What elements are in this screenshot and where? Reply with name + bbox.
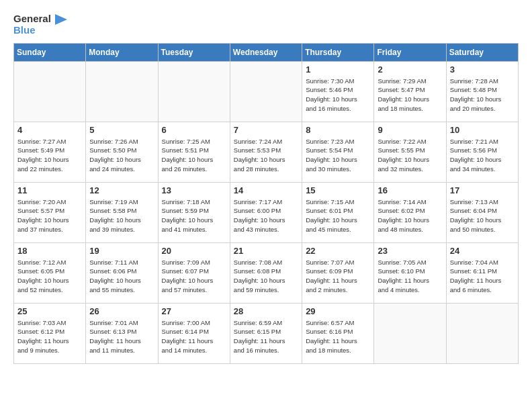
day-info: Sunrise: 7:23 AM Sunset: 5:54 PM Dayligh… bbox=[306, 137, 370, 174]
day-number: 17 bbox=[450, 185, 515, 195]
day-number: 19 bbox=[89, 246, 154, 256]
logo: General Blue bbox=[13, 13, 67, 36]
col-header-thursday: Thursday bbox=[302, 43, 374, 61]
calendar-cell bbox=[14, 61, 86, 122]
day-number: 13 bbox=[162, 185, 226, 195]
day-info: Sunrise: 7:15 AM Sunset: 6:01 PM Dayligh… bbox=[306, 197, 370, 234]
calendar-cell: 9Sunrise: 7:22 AM Sunset: 5:55 PM Daylig… bbox=[374, 122, 446, 182]
day-info: Sunrise: 7:27 AM Sunset: 5:49 PM Dayligh… bbox=[17, 137, 82, 174]
day-number: 18 bbox=[17, 246, 82, 256]
calendar-cell: 17Sunrise: 7:13 AM Sunset: 6:04 PM Dayli… bbox=[446, 182, 518, 242]
calendar-cell: 20Sunrise: 7:09 AM Sunset: 6:07 PM Dayli… bbox=[158, 242, 230, 303]
calendar-cell bbox=[446, 303, 518, 363]
day-info: Sunrise: 7:20 AM Sunset: 5:57 PM Dayligh… bbox=[17, 197, 82, 234]
day-info: Sunrise: 7:26 AM Sunset: 5:50 PM Dayligh… bbox=[89, 137, 154, 174]
day-number: 22 bbox=[306, 246, 370, 256]
day-info: Sunrise: 7:07 AM Sunset: 6:09 PM Dayligh… bbox=[306, 258, 370, 295]
day-info: Sunrise: 6:57 AM Sunset: 6:16 PM Dayligh… bbox=[306, 318, 370, 355]
calendar-cell: 7Sunrise: 7:24 AM Sunset: 5:53 PM Daylig… bbox=[230, 122, 302, 182]
day-info: Sunrise: 7:25 AM Sunset: 5:51 PM Dayligh… bbox=[162, 137, 226, 174]
calendar-cell: 13Sunrise: 7:18 AM Sunset: 5:59 PM Dayli… bbox=[158, 182, 230, 242]
col-header-friday: Friday bbox=[374, 43, 446, 61]
calendar-cell: 2Sunrise: 7:29 AM Sunset: 5:47 PM Daylig… bbox=[374, 61, 446, 122]
calendar-cell bbox=[158, 61, 230, 122]
day-info: Sunrise: 7:29 AM Sunset: 5:47 PM Dayligh… bbox=[378, 77, 442, 113]
day-number: 10 bbox=[450, 125, 515, 135]
day-number: 16 bbox=[378, 185, 442, 195]
day-info: Sunrise: 7:13 AM Sunset: 6:04 PM Dayligh… bbox=[450, 197, 515, 234]
calendar-cell: 22Sunrise: 7:07 AM Sunset: 6:09 PM Dayli… bbox=[302, 242, 374, 303]
day-info: Sunrise: 7:30 AM Sunset: 5:46 PM Dayligh… bbox=[306, 77, 370, 113]
day-number: 7 bbox=[234, 125, 298, 135]
calendar-cell bbox=[86, 61, 158, 122]
calendar-cell: 4Sunrise: 7:27 AM Sunset: 5:49 PM Daylig… bbox=[14, 122, 86, 182]
day-number: 11 bbox=[17, 185, 82, 195]
day-number: 6 bbox=[162, 125, 226, 135]
col-header-monday: Monday bbox=[86, 43, 158, 61]
calendar-cell: 16Sunrise: 7:14 AM Sunset: 6:02 PM Dayli… bbox=[374, 182, 446, 242]
calendar-week-2: 4Sunrise: 7:27 AM Sunset: 5:49 PM Daylig… bbox=[14, 122, 519, 182]
day-info: Sunrise: 7:09 AM Sunset: 6:07 PM Dayligh… bbox=[162, 258, 226, 295]
day-info: Sunrise: 7:22 AM Sunset: 5:55 PM Dayligh… bbox=[378, 137, 442, 174]
day-number: 28 bbox=[234, 306, 298, 316]
svg-marker-0 bbox=[55, 14, 67, 25]
day-number: 5 bbox=[89, 125, 154, 135]
calendar-cell: 24Sunrise: 7:04 AM Sunset: 6:11 PM Dayli… bbox=[446, 242, 518, 303]
day-info: Sunrise: 7:21 AM Sunset: 5:56 PM Dayligh… bbox=[450, 137, 515, 174]
calendar-header-row: SundayMondayTuesdayWednesdayThursdayFrid… bbox=[14, 43, 519, 61]
col-header-sunday: Sunday bbox=[14, 43, 86, 61]
day-number: 24 bbox=[450, 246, 515, 256]
page-header: General Blue bbox=[13, 13, 519, 36]
day-number: 20 bbox=[162, 246, 226, 256]
calendar-cell bbox=[374, 303, 446, 363]
day-info: Sunrise: 7:00 AM Sunset: 6:14 PM Dayligh… bbox=[162, 318, 226, 355]
day-number: 2 bbox=[378, 64, 442, 75]
calendar-cell: 15Sunrise: 7:15 AM Sunset: 6:01 PM Dayli… bbox=[302, 182, 374, 242]
calendar-cell: 1Sunrise: 7:30 AM Sunset: 5:46 PM Daylig… bbox=[302, 61, 374, 122]
col-header-tuesday: Tuesday bbox=[158, 43, 230, 61]
calendar-week-5: 25Sunrise: 7:03 AM Sunset: 6:12 PM Dayli… bbox=[14, 303, 519, 363]
calendar-table: SundayMondayTuesdayWednesdayThursdayFrid… bbox=[13, 43, 519, 364]
calendar-week-4: 18Sunrise: 7:12 AM Sunset: 6:05 PM Dayli… bbox=[14, 242, 519, 303]
day-info: Sunrise: 7:17 AM Sunset: 6:00 PM Dayligh… bbox=[234, 197, 298, 234]
day-info: Sunrise: 7:18 AM Sunset: 5:59 PM Dayligh… bbox=[162, 197, 226, 234]
day-info: Sunrise: 7:28 AM Sunset: 5:48 PM Dayligh… bbox=[450, 77, 515, 113]
calendar-cell: 19Sunrise: 7:11 AM Sunset: 6:06 PM Dayli… bbox=[86, 242, 158, 303]
calendar-cell: 25Sunrise: 7:03 AM Sunset: 6:12 PM Dayli… bbox=[14, 303, 86, 363]
day-info: Sunrise: 7:11 AM Sunset: 6:06 PM Dayligh… bbox=[89, 258, 154, 295]
day-info: Sunrise: 7:04 AM Sunset: 6:11 PM Dayligh… bbox=[450, 258, 515, 295]
day-number: 15 bbox=[306, 185, 370, 195]
logo-arrow-icon bbox=[55, 14, 67, 25]
calendar-cell: 26Sunrise: 7:01 AM Sunset: 6:13 PM Dayli… bbox=[86, 303, 158, 363]
day-number: 23 bbox=[378, 246, 442, 256]
day-number: 3 bbox=[450, 64, 515, 75]
day-number: 21 bbox=[234, 246, 298, 256]
day-number: 9 bbox=[378, 125, 442, 135]
day-number: 4 bbox=[17, 125, 82, 135]
calendar-cell bbox=[230, 61, 302, 122]
calendar-cell: 21Sunrise: 7:08 AM Sunset: 6:08 PM Dayli… bbox=[230, 242, 302, 303]
calendar-cell: 28Sunrise: 6:59 AM Sunset: 6:15 PM Dayli… bbox=[230, 303, 302, 363]
calendar-week-1: 1Sunrise: 7:30 AM Sunset: 5:46 PM Daylig… bbox=[14, 61, 519, 122]
calendar-cell: 6Sunrise: 7:25 AM Sunset: 5:51 PM Daylig… bbox=[158, 122, 230, 182]
day-number: 14 bbox=[234, 185, 298, 195]
calendar-cell: 10Sunrise: 7:21 AM Sunset: 5:56 PM Dayli… bbox=[446, 122, 518, 182]
day-info: Sunrise: 7:08 AM Sunset: 6:08 PM Dayligh… bbox=[234, 258, 298, 295]
calendar-cell: 3Sunrise: 7:28 AM Sunset: 5:48 PM Daylig… bbox=[446, 61, 518, 122]
day-info: Sunrise: 7:14 AM Sunset: 6:02 PM Dayligh… bbox=[378, 197, 442, 234]
day-info: Sunrise: 7:12 AM Sunset: 6:05 PM Dayligh… bbox=[17, 258, 82, 295]
day-info: Sunrise: 7:01 AM Sunset: 6:13 PM Dayligh… bbox=[89, 318, 154, 355]
day-number: 8 bbox=[306, 125, 370, 135]
day-info: Sunrise: 7:03 AM Sunset: 6:12 PM Dayligh… bbox=[17, 318, 82, 355]
day-info: Sunrise: 7:19 AM Sunset: 5:58 PM Dayligh… bbox=[89, 197, 154, 234]
calendar-cell: 11Sunrise: 7:20 AM Sunset: 5:57 PM Dayli… bbox=[14, 182, 86, 242]
calendar-cell: 29Sunrise: 6:57 AM Sunset: 6:16 PM Dayli… bbox=[302, 303, 374, 363]
calendar-cell: 14Sunrise: 7:17 AM Sunset: 6:00 PM Dayli… bbox=[230, 182, 302, 242]
day-number: 1 bbox=[306, 64, 370, 75]
calendar-cell: 18Sunrise: 7:12 AM Sunset: 6:05 PM Dayli… bbox=[14, 242, 86, 303]
calendar-cell: 23Sunrise: 7:05 AM Sunset: 6:10 PM Dayli… bbox=[374, 242, 446, 303]
calendar-cell: 5Sunrise: 7:26 AM Sunset: 5:50 PM Daylig… bbox=[86, 122, 158, 182]
calendar-cell: 12Sunrise: 7:19 AM Sunset: 5:58 PM Dayli… bbox=[86, 182, 158, 242]
col-header-wednesday: Wednesday bbox=[230, 43, 302, 61]
day-number: 29 bbox=[306, 306, 370, 316]
